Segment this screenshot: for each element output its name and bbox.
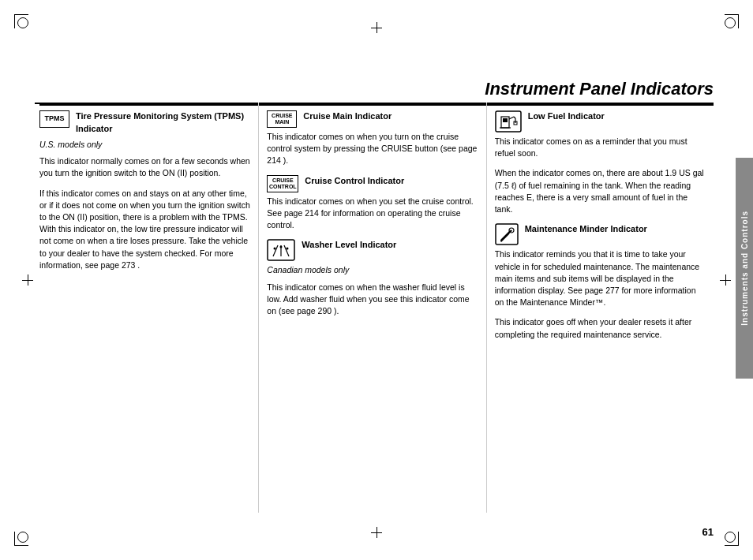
fuel-para1: This indicator comes on as a reminder th… (495, 136, 706, 159)
svg-line-10 (509, 117, 514, 119)
maintenance-header: Maintenance Minder Indicator (495, 223, 706, 245)
fuel-para2: When the indicator comes on, there are a… (495, 167, 706, 215)
side-tab: Instruments and Controls (736, 158, 753, 379)
cruise-control-icon: CRUISECONTROL (267, 175, 298, 192)
maintenance-title: Maintenance Minder Indicator (525, 223, 647, 236)
washer-title: Washer Level Indicator (302, 239, 396, 252)
crosshair-left (22, 274, 33, 286)
tpms-header: TPMS Tire Pressure Monitoring System (TP… (39, 110, 250, 136)
fuel-title: Low Fuel Indicator (528, 110, 605, 123)
cruise-control-header: CRUISECONTROL Cruise Control Indicator (267, 175, 478, 192)
maintenance-section: Maintenance Minder Indicator This indica… (495, 223, 706, 341)
circle-mark-br (725, 532, 736, 543)
cruise-main-icon: CRUISEMAIN (267, 110, 297, 128)
tpms-title: Tire Pressure Monitoring System (TPMS) I… (76, 110, 250, 136)
circle-mark-bl (17, 532, 28, 543)
maintenance-para1: This indicator reminds you that it is ti… (495, 248, 706, 308)
side-tab-text: Instruments and Controls (740, 211, 749, 326)
circle-mark-tr (725, 17, 736, 28)
crosshair-bottom (371, 527, 382, 538)
page-number: 61 (702, 526, 714, 538)
cruise-control-para1: This indicator comes on when you set the… (267, 196, 478, 232)
washer-header: Washer Level Indicator (267, 239, 478, 261)
tpms-para1: This indicator normally comes on for a f… (39, 155, 250, 179)
circle-mark-tl (17, 17, 28, 28)
svg-point-6 (287, 248, 289, 250)
wrench-icon (495, 223, 519, 245)
cruise-main-title: Cruise Main Indicator (303, 110, 391, 123)
cruise-control-title: Cruise Control Indicator (305, 175, 404, 188)
svg-line-3 (284, 245, 289, 256)
svg-rect-9 (503, 118, 508, 122)
column-1: TPMS Tire Pressure Monitoring System (TP… (39, 103, 259, 513)
washer-icon (267, 239, 295, 261)
tpms-subtitle: U.S. models only (39, 139, 250, 151)
content-area: TPMS Tire Pressure Monitoring System (TP… (39, 103, 729, 513)
svg-point-4 (274, 248, 276, 250)
washer-para1: This indicator comes on when the washer … (267, 282, 478, 318)
svg-point-5 (280, 246, 283, 248)
page-title: Instrument Panel Indicators (485, 79, 714, 99)
svg-line-11 (514, 117, 515, 118)
fuel-icon (495, 110, 522, 133)
fuel-header: Low Fuel Indicator (495, 110, 706, 133)
crosshair-top (371, 22, 382, 33)
tpms-para2: If this indicator comes on and stays on … (39, 188, 250, 272)
cruise-main-para1: This indicator comes on when you turn on… (267, 131, 478, 167)
washer-subtitle: Canadian models only (267, 264, 478, 276)
washer-section: Washer Level Indicator Canadian models o… (267, 239, 478, 317)
cruise-main-header: CRUISEMAIN Cruise Main Indicator (267, 110, 478, 128)
column-3: Low Fuel Indicator This indicator comes … (487, 103, 729, 513)
tpms-icon: TPMS (39, 110, 69, 128)
page-title-area: Instrument Panel Indicators (35, 79, 714, 104)
column-2: CRUISEMAIN Cruise Main Indicator This in… (259, 103, 486, 513)
svg-line-1 (273, 245, 278, 256)
maintenance-para2: This indicator goes off when your dealer… (495, 316, 706, 340)
cruise-control-section: CRUISECONTROL Cruise Control Indicator T… (267, 175, 478, 232)
